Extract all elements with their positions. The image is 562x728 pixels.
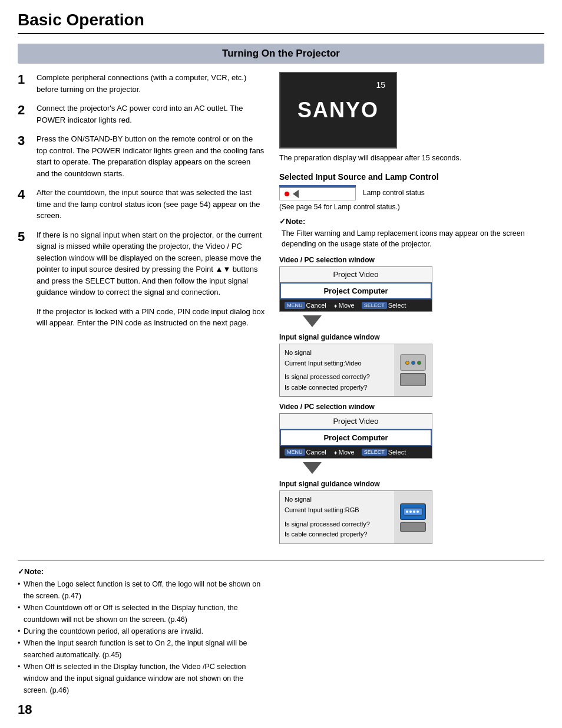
video-pc-window-label-1: Video / PC selection window (279, 256, 544, 264)
lamp-arrow-shape (293, 190, 299, 198)
note1-title: ✓Note: (279, 217, 544, 226)
lamp-dot (285, 192, 289, 196)
step-5: 5 If there is no signal input when start… (18, 229, 265, 298)
guidance-window-2: No signal Current Input setting:RGB Is s… (279, 490, 432, 543)
move-btn-2: ⬧ Move (333, 448, 355, 456)
question1-1: Is signal processed correctly? (285, 372, 389, 383)
bottom-note: ✓Note: When the Logo select function is … (18, 567, 265, 696)
bottom-note-list: When the Logo select function is set to … (18, 578, 265, 696)
input-signal-label-2: Input signal guidance window (279, 480, 544, 488)
selection-window-2: Project Video Project Computer MENU Canc… (279, 413, 432, 459)
step-num-3: 3 (18, 133, 31, 149)
current-input-video: Current Input setting:Video (285, 358, 389, 369)
svg-point-3 (413, 510, 415, 513)
bullet-5: When Off is selected in the Display func… (18, 661, 265, 696)
move-icon-1: ⬧ (333, 301, 338, 309)
page-title: Basic Operation (18, 11, 544, 34)
cancel-btn-1: MENU Cancel (285, 302, 326, 309)
project-computer-row-1: Project Computer (280, 282, 432, 299)
bottom-note-title: ✓Note: (18, 567, 265, 576)
section-header: Turning On the Projector (18, 44, 544, 64)
sanyo-display: 15 SANYO (279, 72, 397, 149)
step-4: 4 After the countdown, the input source … (18, 187, 265, 222)
guidance-right-2 (394, 491, 432, 543)
connector-icon-1 (400, 354, 426, 371)
no-signal-2: No signal (285, 495, 389, 505)
guidance-left-1: No signal Current Input setting:Video Is… (280, 344, 394, 396)
step-text-2: Connect the projector's AC power cord in… (37, 103, 265, 126)
bullet-4: When the Input search function is set to… (18, 637, 265, 661)
menu-key-2: MENU (285, 449, 305, 456)
cancel-btn-2: MENU Cancel (285, 449, 326, 456)
current-input-rgb: Current Input setting:RGB (285, 505, 389, 516)
step-2: 2 Connect the projector's AC power cord … (18, 103, 265, 126)
dot-yellow (405, 361, 409, 365)
move-btn-1: ⬧ Move (333, 301, 355, 309)
step-num-1: 1 (18, 72, 31, 87)
sanyo-number: 15 (376, 80, 385, 90)
select-btn-1: SELECT Select (362, 302, 406, 309)
lamp-control-box: Lamp control status (279, 185, 544, 200)
guidance-left-2: No signal Current Input setting:RGB Is s… (280, 491, 394, 543)
guidance-window-1: No signal Current Input setting:Video Is… (279, 344, 432, 397)
move-icon-2: ⬧ (333, 448, 338, 456)
move-label-1: Move (339, 302, 355, 309)
prep-display-text: The preparation display will disappear a… (279, 153, 544, 164)
note1-text: The Filter warning and Lamp replacement … (282, 228, 544, 251)
step-num-5: 5 (18, 229, 31, 245)
bottom-left: ✓Note: When the Logo select function is … (18, 567, 265, 717)
step-text-4: After the countdown, the input source th… (37, 187, 265, 222)
sel-toolbar-2: MENU Cancel ⬧ Move SELECT Select (280, 446, 432, 458)
step-text-1: Complete peripheral connections (with a … (37, 72, 265, 95)
sanyo-brand: SANYO (297, 98, 379, 123)
connector-box-1 (400, 373, 426, 386)
question1-2: Is signal processed correctly? (285, 519, 389, 530)
svg-point-1 (406, 510, 408, 513)
select-label-2: Select (388, 449, 406, 456)
menu-key-1: MENU (285, 302, 305, 309)
input-signal-label-1: Input signal guidance window (279, 333, 544, 341)
connector-box-2 (400, 522, 426, 532)
project-video-row-1: Project Video (280, 267, 432, 282)
see-page-text: (See page 54 for Lamp control status.) (279, 203, 544, 211)
lamp-status-label: Lamp control status (363, 189, 425, 197)
dot-green (417, 361, 421, 365)
step-text-5: If there is no signal input when start o… (37, 229, 265, 298)
step-num-4: 4 (18, 187, 31, 202)
sel-toolbar-1: MENU Cancel ⬧ Move SELECT Select (280, 299, 432, 311)
select-key-1: SELECT (362, 302, 387, 309)
project-computer-row-2: Project Computer (280, 429, 432, 446)
move-label-2: Move (339, 449, 355, 456)
down-arrow-2 (303, 462, 322, 474)
question2-2: Is cable connected properly? (285, 529, 389, 540)
page-number: 18 (18, 702, 265, 717)
svg-point-4 (416, 510, 419, 513)
guidance-right-1 (394, 344, 432, 396)
bullet-1: When the Logo select function is set to … (18, 578, 265, 602)
project-video-row-2: Project Video (280, 414, 432, 429)
selected-input-title: Selected Input Source and Lamp Control (279, 172, 544, 182)
down-arrow-1 (303, 315, 322, 327)
dot-blue (411, 361, 415, 365)
select-label-1: Select (388, 302, 406, 309)
vga-connector (400, 503, 426, 520)
note-block-1: ✓Note: The Filter warning and Lamp repla… (279, 217, 544, 251)
bullet-3: During the countdown period, all operati… (18, 625, 265, 637)
step-1: 1 Complete peripheral connections (with … (18, 72, 265, 95)
cancel-label-1: Cancel (306, 302, 326, 309)
video-pc-window-label-2: Video / PC selection window (279, 403, 544, 411)
select-key-2: SELECT (362, 449, 387, 456)
selection-window-1: Project Video Project Computer MENU Canc… (279, 266, 432, 312)
cancel-label-2: Cancel (306, 449, 326, 456)
bottom-section: ✓Note: When the Logo select function is … (18, 561, 544, 717)
no-signal-1: No signal (285, 348, 389, 358)
step-3: 3 Press the ON/STAND-BY button on the re… (18, 133, 265, 179)
svg-point-2 (409, 510, 412, 513)
select-btn-2: SELECT Select (362, 449, 406, 456)
step-text-3: Press the ON/STAND-BY button on the remo… (37, 133, 265, 179)
step-num-2: 2 (18, 103, 31, 118)
question2-1: Is cable connected properly? (285, 383, 389, 393)
bullet-2: When Countdown off or Off is selected in… (18, 602, 265, 625)
step5-extra-text: If the projector is locked with a PIN co… (37, 306, 265, 329)
